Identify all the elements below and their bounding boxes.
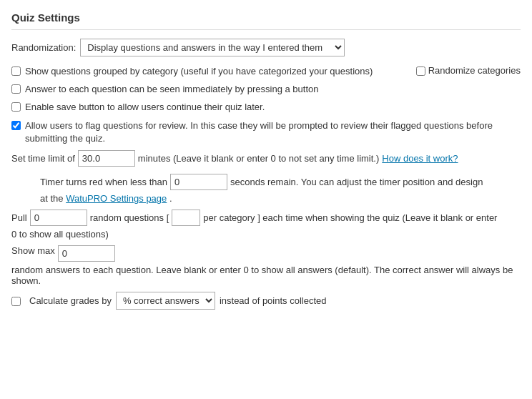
- group-by-category-checkbox[interactable]: [11, 66, 21, 76]
- immediate-answer-label: Answer to each question can be seen imme…: [25, 83, 521, 96]
- how-does-it-work-link[interactable]: How does it work?: [382, 153, 458, 164]
- timer-line: Timer turns red when less than seconds r…: [40, 174, 521, 190]
- show-max-suffix: random answers to each question. Leave b…: [11, 265, 521, 286]
- grades-prefix: Calculate grades by: [29, 295, 112, 306]
- pull-per-cat-suffix: per category ] each time when showing th…: [203, 212, 497, 223]
- randomize-categories-checkbox[interactable]: [416, 66, 425, 76]
- randomization-row: Randomization: Display questions and ans…: [11, 39, 521, 56]
- flag-questions-label: Allow users to flag questions for review…: [25, 119, 521, 145]
- flag-questions-checkbox[interactable]: [11, 121, 21, 130]
- randomize-categories-label: Randomize categories: [428, 65, 521, 76]
- grades-suffix: instead of points collected: [220, 295, 327, 306]
- show-max-prefix: Show max: [11, 245, 55, 256]
- time-limit-prefix: Set time limit of: [11, 153, 75, 164]
- save-button-checkbox[interactable]: [11, 102, 21, 112]
- time-limit-input[interactable]: [78, 150, 135, 167]
- timer-prefix: Timer turns red when less than: [40, 177, 167, 187]
- timer-input[interactable]: [170, 174, 227, 190]
- timer-suffix3: .: [169, 193, 172, 204]
- time-limit-row: Set time limit of minutes (Leave it blan…: [11, 150, 521, 167]
- flag-questions-row: Allow users to flag questions for review…: [11, 119, 521, 145]
- page-title: Quiz Settings: [11, 11, 521, 30]
- grades-select[interactable]: % correct answers points collected: [116, 292, 215, 310]
- immediate-answer-checkbox[interactable]: [11, 84, 21, 94]
- immediate-answer-row: Answer to each question can be seen imme…: [11, 83, 521, 96]
- show-max-section: Show max random answers to each question…: [11, 245, 521, 286]
- randomization-label: Randomization:: [11, 42, 76, 53]
- timer-settings-line: at the WatuPRO Settings page .: [40, 193, 521, 204]
- pull-note: 0 to show all questions): [11, 229, 521, 240]
- timer-suffix: seconds remain. You can adjust the timer…: [230, 177, 483, 187]
- show-max-row: Show max random answers to each question…: [11, 245, 521, 286]
- timer-suffix2: at the: [40, 193, 64, 204]
- timer-section: Timer turns red when less than seconds r…: [40, 174, 521, 204]
- watupro-settings-link[interactable]: WatuPRO Settings page: [66, 193, 167, 204]
- save-button-label: Enable save button to allow users contin…: [25, 101, 521, 114]
- grades-checkbox[interactable]: [11, 297, 21, 306]
- group-by-category-label: Show questions grouped by category (usef…: [25, 65, 403, 78]
- pull-per-category-input[interactable]: [172, 210, 200, 226]
- randomization-select[interactable]: Display questions and answers in the way…: [80, 39, 345, 56]
- pull-section: Pull random questions [ per category ] e…: [11, 210, 521, 240]
- pull-row: Pull random questions [ per category ] e…: [11, 210, 521, 226]
- time-limit-suffix: minutes (Leave it blank or enter 0 to no…: [138, 153, 379, 164]
- pull-prefix: Pull: [11, 212, 27, 223]
- checkbox-group-row: Show questions grouped by category (usef…: [11, 65, 521, 78]
- pull-middle: random questions [: [90, 212, 169, 223]
- pull-input[interactable]: [30, 210, 87, 226]
- grades-row: Calculate grades by % correct answers po…: [11, 292, 521, 310]
- show-max-input[interactable]: [58, 245, 115, 262]
- save-button-row: Enable save button to allow users contin…: [11, 101, 521, 114]
